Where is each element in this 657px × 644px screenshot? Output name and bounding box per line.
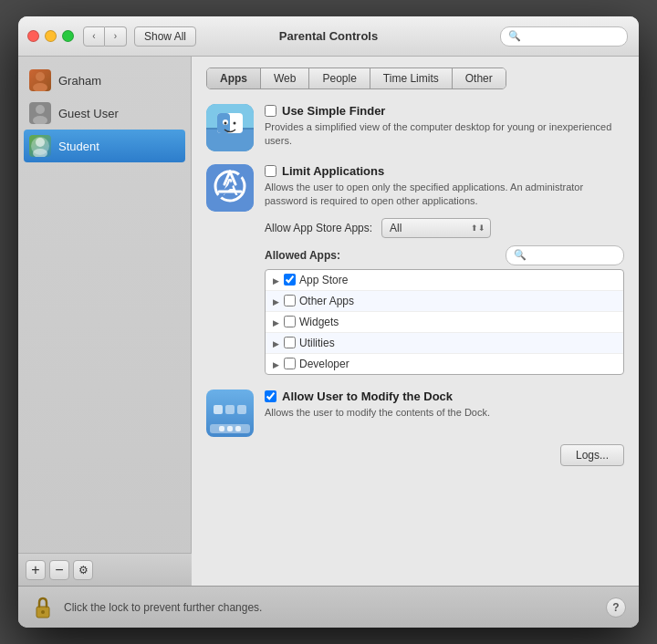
- show-all-button[interactable]: Show All: [134, 26, 196, 47]
- expand-icon-developer[interactable]: ▶: [273, 360, 280, 368]
- simple-finder-desc: Provides a simplified view of the comput…: [265, 120, 624, 149]
- apps-search-input[interactable]: [530, 250, 616, 261]
- app-row-appstore: ▶ App Store: [266, 270, 623, 291]
- limit-apps-section: A Limit Applications: [206, 164, 624, 375]
- expand-icon-widgets[interactable]: ▶: [273, 318, 280, 326]
- app-store-row: Allow App Store Apps: All Rated 4+ Rated…: [265, 218, 624, 238]
- logs-row: Logs...: [206, 444, 624, 466]
- app-store-select-wrapper: All Rated 4+ Rated 9+ Rated 12+ Rated 17…: [381, 218, 491, 238]
- search-box: 🔍: [500, 26, 628, 47]
- titlebar: ‹ › Show All Parental Controls 🔍: [18, 16, 639, 57]
- allowed-apps-label: Allowed Apps:: [265, 249, 340, 262]
- lock-area: [31, 595, 55, 620]
- student-label: Student: [58, 140, 99, 153]
- limit-apps-title: Limit Applications: [265, 164, 624, 178]
- sidebar-item-guest[interactable]: Guest User: [18, 97, 191, 130]
- main-panel: Apps Web People Time Limits Other: [192, 57, 639, 586]
- guest-avatar: [29, 102, 51, 124]
- search-icon: 🔍: [508, 30, 521, 42]
- svg-point-2: [36, 105, 45, 114]
- developer-checkbox[interactable]: [284, 358, 296, 369]
- graham-label: Graham: [58, 74, 101, 88]
- limit-apps-checkbox-label[interactable]: Limit Applications: [265, 164, 384, 178]
- forward-button[interactable]: ›: [105, 26, 127, 47]
- simple-finder-checkbox-label[interactable]: Use Simple Finder: [265, 104, 385, 118]
- dock-dot-3: [235, 426, 241, 431]
- simple-finder-checkbox[interactable]: [265, 105, 276, 117]
- dock-app-icon-3: [237, 405, 246, 414]
- help-button[interactable]: ?: [606, 597, 626, 618]
- dock-icon: [206, 390, 254, 437]
- limit-apps-desc: Allows the user to open only the specifi…: [265, 181, 624, 209]
- svg-point-15: [224, 122, 227, 125]
- search-input[interactable]: [525, 30, 620, 43]
- remove-user-button[interactable]: −: [49, 560, 69, 580]
- nav-buttons: ‹ ›: [83, 26, 127, 47]
- app-row-otherapps: ▶ Other Apps: [266, 291, 623, 312]
- utilities-checkbox[interactable]: [284, 337, 296, 348]
- app-store-label: Allow App Store Apps:: [265, 222, 372, 234]
- svg-point-1: [33, 83, 47, 91]
- dock-checkbox-label[interactable]: Allow User to Modify the Dock: [265, 390, 453, 403]
- tab-other[interactable]: Other: [453, 68, 506, 88]
- limit-apps-content: Limit Applications Allows the user to op…: [265, 164, 624, 375]
- tab-time-limits[interactable]: Time Limits: [370, 68, 453, 88]
- dock-checkbox[interactable]: [265, 390, 276, 402]
- dock-dot-2: [227, 426, 233, 431]
- developer-app-name: Developer: [299, 358, 349, 370]
- maximize-button[interactable]: [62, 30, 74, 42]
- footer-text: Click the lock to prevent further change…: [64, 601, 597, 614]
- widgets-app-name: Widgets: [299, 316, 339, 328]
- expand-icon-appstore[interactable]: ▶: [273, 276, 280, 284]
- app-row-utilities: ▶ Utilities: [266, 333, 623, 354]
- dock-dot-1: [219, 426, 224, 431]
- appstore-icon: A: [206, 164, 254, 212]
- student-avatar: [29, 135, 51, 157]
- back-button[interactable]: ‹: [83, 26, 105, 47]
- sidebar-item-student[interactable]: Student: [24, 130, 185, 162]
- dock-app-icon-2: [225, 405, 235, 414]
- expand-icon-otherapps[interactable]: ▶: [273, 297, 280, 305]
- svg-point-16: [234, 122, 236, 125]
- parental-controls-window: ‹ › Show All Parental Controls 🔍 Graham …: [18, 16, 639, 628]
- guest-label: Guest User: [58, 107, 119, 120]
- limit-apps-checkbox[interactable]: [265, 165, 276, 177]
- app-row-developer: ▶ Developer: [266, 354, 623, 374]
- dock-title: Allow User to Modify the Dock: [265, 390, 624, 403]
- svg-point-5: [36, 138, 45, 147]
- tab-apps[interactable]: Apps: [207, 68, 261, 88]
- content-area: Graham Guest User Student Apps Web Pe: [18, 57, 639, 586]
- app-store-select[interactable]: All Rated 4+ Rated 9+ Rated 12+ Rated 17…: [381, 218, 491, 238]
- expand-icon-utilities[interactable]: ▶: [273, 339, 280, 347]
- dock-bar: [210, 424, 250, 433]
- minimize-button[interactable]: [45, 30, 57, 42]
- otherapps-checkbox[interactable]: [284, 295, 296, 306]
- sidebar-item-graham[interactable]: Graham: [18, 64, 191, 97]
- dock-section: Allow User to Modify the Dock Allows the…: [206, 390, 624, 437]
- utilities-app-name: Utilities: [299, 337, 335, 349]
- appstore-app-name: App Store: [299, 274, 348, 286]
- tab-people[interactable]: People: [309, 68, 370, 88]
- appstore-checkbox[interactable]: [284, 274, 296, 286]
- app-row-widgets: ▶ Widgets: [266, 312, 623, 333]
- widgets-checkbox[interactable]: [284, 316, 296, 327]
- dock-app-icon-1: [214, 405, 223, 414]
- settings-button[interactable]: ⚙: [73, 560, 93, 580]
- tabs: Apps Web People Time Limits Other: [206, 68, 506, 89]
- simple-finder-section: Use Simple Finder Provides a simplified …: [206, 104, 624, 151]
- graham-avatar: [29, 69, 51, 91]
- close-button[interactable]: [27, 30, 39, 42]
- allowed-apps-label-row: Allowed Apps: 🔍: [265, 245, 624, 265]
- logs-button[interactable]: Logs...: [560, 444, 624, 466]
- sidebar: Graham Guest User Student: [18, 57, 192, 586]
- otherapps-app-name: Other Apps: [299, 295, 354, 307]
- svg-point-3: [33, 116, 47, 124]
- lock-icon[interactable]: [31, 595, 55, 620]
- add-user-button[interactable]: +: [26, 560, 46, 580]
- tab-web[interactable]: Web: [261, 68, 309, 88]
- simple-finder-content: Use Simple Finder Provides a simplified …: [265, 104, 624, 149]
- dock-desc: Allows the user to modify the contents o…: [265, 406, 624, 420]
- allowed-apps-search: 🔍: [506, 245, 624, 265]
- footer-bar: Click the lock to prevent further change…: [18, 586, 639, 628]
- dock-content: Allow User to Modify the Dock Allows the…: [265, 390, 624, 420]
